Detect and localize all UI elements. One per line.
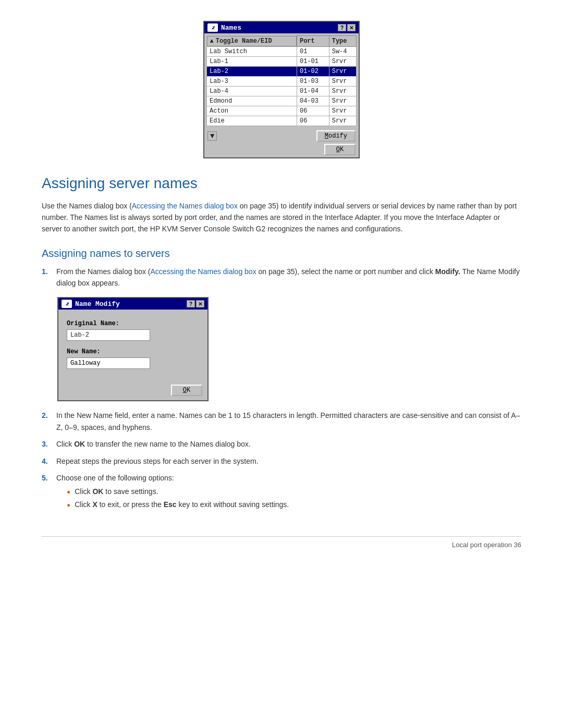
table-row[interactable]: Lab-4 01-04 Srvr <box>207 86 357 96</box>
table-row[interactable]: Edmond 04-03 Srvr <box>207 96 357 106</box>
bullet-1-icon: ● <box>67 487 70 497</box>
port-cell: 06 <box>297 116 329 126</box>
page-footer: Local port operation 36 <box>42 536 521 549</box>
port-cell: 04-03 <box>297 96 329 106</box>
nm-hp-logo-icon: 𝕫 <box>62 300 72 308</box>
sub2-bold-x: X <box>92 500 97 509</box>
new-name-input[interactable] <box>67 357 150 369</box>
table-row[interactable]: Lab-3 01-03 Srvr <box>207 76 357 86</box>
help-button[interactable]: ? <box>338 24 346 31</box>
step-2: 2. In the New Name field, enter a name. … <box>42 410 521 433</box>
scroll-down-icon[interactable]: ▼ <box>207 131 217 141</box>
nm-ok-button[interactable]: OK <box>171 385 202 396</box>
table-row[interactable]: Lab-1 01-01 Srvr <box>207 56 357 66</box>
sub-options-list: ● Click OK to save settings. ● Click X t… <box>56 486 289 510</box>
port-cell: 01 <box>297 46 329 56</box>
nm-close-button[interactable]: ✕ <box>196 300 204 307</box>
nm-help-button[interactable]: ? <box>187 300 195 307</box>
name-cell: Lab Switch <box>207 46 297 56</box>
port-cell: 01-02 <box>297 66 329 76</box>
table-row[interactable]: Acton 06 Srvr <box>207 106 357 116</box>
main-heading: Assigning server names <box>42 175 521 192</box>
titlebar-left: 𝕫 Names <box>207 23 241 32</box>
name-cell: Lab-1 <box>207 56 297 66</box>
name-cell: Acton <box>207 106 297 116</box>
step-1: 1. From the Names dialog box (Accessing … <box>42 266 521 289</box>
table-row[interactable]: Lab-2 01-02 Srvr <box>207 66 357 76</box>
names-dialog: 𝕫 Names ? ✕ ▲ Toggle Name/EID Port Type <box>203 21 360 158</box>
new-name-label: New Name: <box>67 348 199 355</box>
name-cell: Lab-4 <box>207 86 297 96</box>
table-row[interactable]: Edie 06 Srvr <box>207 116 357 126</box>
step-4-text: Repeat steps the previous steps for each… <box>56 455 259 467</box>
type-cell: Sw-4 <box>329 46 356 56</box>
step-2-num: 2. <box>42 410 51 433</box>
name-modify-titlebar: 𝕫 Name Modify ? ✕ <box>58 298 207 310</box>
step-5-text: Choose one of the following options: ● C… <box>56 472 289 511</box>
name-cell: Edie <box>207 116 297 126</box>
step-1-num: 1. <box>42 266 51 289</box>
sub-option-2: ● Click X to exit, or press the Esc key … <box>67 499 289 510</box>
port-cell: 01-01 <box>297 56 329 66</box>
type-col-header: Type <box>329 36 356 47</box>
toggle-col-header: Toggle Name/EID <box>216 38 272 45</box>
step-3-text: Click OK to transfer the new name to the… <box>56 438 251 450</box>
step1-link[interactable]: Accessing the Names dialog box <box>151 267 256 276</box>
step-3-num: 3. <box>42 438 51 450</box>
names-dialog-titlebar: 𝕫 Names ? ✕ <box>204 22 359 33</box>
sub1-bold: OK <box>92 487 103 496</box>
sub-option-1-text: Click OK to save settings. <box>75 486 158 497</box>
step-5-num: 5. <box>42 472 51 511</box>
table-header-row: ▲ Toggle Name/EID Port Type <box>207 36 357 47</box>
port-cell: 06 <box>297 106 329 116</box>
port-cell: 01-04 <box>297 86 329 96</box>
nm-titlebar-left: 𝕫 Name Modify <box>62 300 120 308</box>
names-table: ▲ Toggle Name/EID Port Type Lab Switch 0… <box>206 35 357 126</box>
step-4: 4. Repeat steps the previous steps for e… <box>42 455 521 467</box>
table-row[interactable]: Lab Switch 01 Sw-4 <box>207 46 357 56</box>
subheading: Assigning names to servers <box>42 248 521 260</box>
titlebar-controls: ? ✕ <box>338 24 356 31</box>
step1-bold: Modify. <box>435 267 460 276</box>
name-cell: Edmond <box>207 96 297 106</box>
step-5: 5. Choose one of the following options: … <box>42 472 521 511</box>
names-dialog-title: Names <box>221 24 241 32</box>
type-cell: Srvr <box>329 86 356 96</box>
name-cell: Lab-3 <box>207 76 297 86</box>
names-dialog-content: ▲ Toggle Name/EID Port Type Lab Switch 0… <box>204 33 359 128</box>
close-button[interactable]: ✕ <box>347 24 356 31</box>
sub-option-2-text: Click X to exit, or press the Esc key to… <box>75 499 289 510</box>
intro-paragraph: Use the Names dialog box (Accessing the … <box>42 200 521 235</box>
modify-button[interactable]: Modify <box>316 130 356 142</box>
step-4-num: 4. <box>42 455 51 467</box>
hp-logo-icon: 𝕫 <box>207 23 218 32</box>
step-3: 3. Click OK to transfer the new name to … <box>42 438 521 450</box>
step-2-text: In the New Name field, enter a name. Nam… <box>56 410 521 433</box>
scroll-and-toggle-col: ▲ Toggle Name/EID <box>207 36 297 46</box>
intro-text-before: Use the Names dialog box ( <box>42 202 132 210</box>
steps-list-2: 2. In the New Name field, enter a name. … <box>42 410 521 511</box>
port-cell: 01-03 <box>297 76 329 86</box>
step3-bold: OK <box>74 440 85 448</box>
step-1-text: From the Names dialog box (Accessing the… <box>56 266 521 289</box>
type-cell: Srvr <box>329 116 356 126</box>
footer-text: Local port operation 36 <box>452 541 521 549</box>
accessing-names-link[interactable]: Accessing the Names dialog box <box>132 202 238 210</box>
scroll-up-icon[interactable]: ▲ <box>210 38 214 45</box>
steps-list: 1. From the Names dialog box (Accessing … <box>42 266 521 289</box>
type-cell: Srvr <box>329 56 356 66</box>
sub-option-1: ● Click OK to save settings. <box>67 486 289 497</box>
type-cell: Srvr <box>329 106 356 116</box>
port-col-header: Port <box>297 36 329 47</box>
original-name-label: Original Name: <box>67 320 199 327</box>
names-dialog-buttons: ▼ Modify OK <box>204 128 359 157</box>
scroll-and-modify-row: ▼ Modify <box>207 130 356 142</box>
name-modify-title: Name Modify <box>75 300 120 308</box>
name-modify-content: Original Name: Lab-2 New Name: <box>58 310 207 381</box>
bullet-2-icon: ● <box>67 500 70 510</box>
ok-button-names[interactable]: OK <box>324 144 356 155</box>
names-dialog-screenshot: 𝕫 Names ? ✕ ▲ Toggle Name/EID Port Type <box>42 21 521 158</box>
name-modify-screenshot: 𝕫 Name Modify ? ✕ Original Name: Lab-2 N… <box>57 297 521 401</box>
name-cell: Lab-2 <box>207 66 297 76</box>
original-name-field: Lab-2 <box>67 329 150 341</box>
